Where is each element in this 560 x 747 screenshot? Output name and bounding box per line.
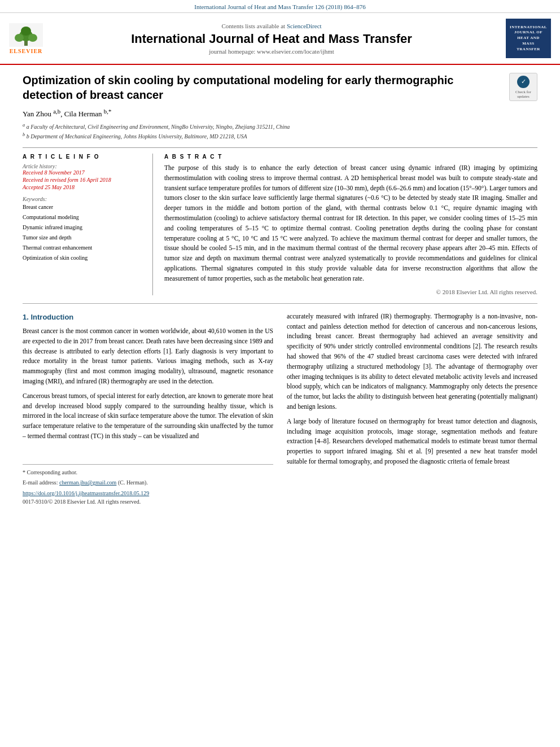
affiliation-b: b b Department of Mechanical Engineering… xyxy=(23,132,537,141)
body-col-right: accurately measured with infrared (IR) t… xyxy=(287,312,537,508)
article-info-panel: A R T I C L E I N F O Article history: R… xyxy=(23,154,141,295)
history-label: Article history: xyxy=(23,163,141,169)
keywords-list: Breast cancer Computational modeling Dyn… xyxy=(23,202,141,263)
abstract-header: A B S T R A C T xyxy=(164,154,537,160)
journal-center: Contents lists available at ScienceDirec… xyxy=(43,23,500,55)
keyword-5: Thermal contrast enhancement xyxy=(23,243,141,253)
intro-para-1: Breast cancer is the most common cancer … xyxy=(23,326,273,387)
abstract-section: A B S T R A C T The purpose of this stud… xyxy=(164,154,537,295)
intro-heading: 1. Introduction xyxy=(23,312,273,323)
article-title-section: Optimization of skin cooling by computat… xyxy=(23,73,537,102)
received-date: Received 8 November 2017 xyxy=(23,169,141,176)
doi-anchor[interactable]: https://doi.org/10.1016/j.ijheatmasstran… xyxy=(23,490,149,496)
article-info-abstract: A R T I C L E I N F O Article history: R… xyxy=(23,154,537,295)
keyword-2: Computational modeling xyxy=(23,212,141,222)
body-section: 1. Introduction Breast cancer is the mos… xyxy=(23,312,537,508)
affil-b: b,* xyxy=(104,108,112,115)
svg-point-5 xyxy=(21,27,31,36)
email-link[interactable]: cherman.jhu@gmail.com xyxy=(59,479,116,486)
elsevier-logo: ELSEVIER xyxy=(9,23,43,54)
check-circle-icon: ✓ xyxy=(517,76,530,88)
right-logo-text: INTERNATIONALJOURNAL OFHEAT ANDMASSTRANS… xyxy=(510,25,547,53)
check-updates-label: Check for updates xyxy=(510,90,537,99)
article-info-header: A R T I C L E I N F O xyxy=(23,154,141,160)
journal-homepage: journal homepage: www.elsevier.com/locat… xyxy=(43,48,500,55)
authors-line: Yan Zhou a,b, Cila Herman b,* xyxy=(23,108,537,119)
received-revised-date: Received in revised form 16 April 2018 xyxy=(23,177,141,183)
main-content: Optimization of skin cooling by computat… xyxy=(0,65,560,516)
sciencedirect-link: Contents lists available at ScienceDirec… xyxy=(43,23,500,29)
elsevier-label: ELSEVIER xyxy=(10,48,43,54)
keyword-4: Tumor size and depth xyxy=(23,233,141,243)
copyright-line: © 2018 Elsevier Ltd. All rights reserved… xyxy=(164,289,537,295)
journal-banner: International Journal of Heat and Mass T… xyxy=(0,0,560,13)
intro-para-2: Cancerous breast tumors, of special inte… xyxy=(23,391,273,442)
article-title: Optimization of skin cooling by computat… xyxy=(23,73,501,102)
footer-area: * Corresponding author. E-mail address: … xyxy=(23,464,273,506)
keywords-label: Keywords: xyxy=(23,196,141,202)
affil-a: a,b xyxy=(53,108,60,115)
footnote-text: * Corresponding author. xyxy=(23,468,273,477)
intro-para-4: A large body of literature focused on th… xyxy=(287,417,537,467)
keyword-6: Optimization of skin cooling xyxy=(23,253,141,263)
journal-title: International Journal of Heat and Mass T… xyxy=(43,32,500,46)
issn-text: 0017-9310/© 2018 Elsevier Ltd. All right… xyxy=(23,497,273,506)
abstract-text: The purpose of this study is to enhance … xyxy=(164,163,537,284)
svg-point-4 xyxy=(28,34,37,42)
email-footnote: E-mail address: cherman.jhu@gmail.com (C… xyxy=(23,478,273,487)
vertical-divider xyxy=(152,154,153,295)
svg-point-3 xyxy=(15,34,24,42)
affiliation-a: a a Faculty of Architectural, Civil Engi… xyxy=(23,122,537,131)
intro-para-3: accurately measured with infrared (IR) t… xyxy=(287,312,537,412)
accepted-date: Accepted 25 May 2018 xyxy=(23,184,141,190)
doi-link: https://doi.org/10.1016/j.ijheatmasstran… xyxy=(23,489,273,498)
journal-right-logo: INTERNATIONALJOURNAL OFHEAT ANDMASSTRANS… xyxy=(506,19,551,58)
divider-1 xyxy=(23,147,537,148)
journal-header: ELSEVIER Contents lists available at Sci… xyxy=(0,13,560,65)
keyword-3: Dynamic infrared imaging xyxy=(23,222,141,233)
check-updates-badge: ✓ Check for updates xyxy=(509,73,537,101)
keywords-section: Keywords: Breast cancer Computational mo… xyxy=(23,196,141,263)
sciencedirect-anchor[interactable]: ScienceDirect xyxy=(287,23,322,29)
body-col-left: 1. Introduction Breast cancer is the mos… xyxy=(23,312,273,508)
banner-text: International Journal of Heat and Mass T… xyxy=(194,3,365,10)
footer-divider xyxy=(23,464,273,465)
affiliations: a a Faculty of Architectural, Civil Engi… xyxy=(23,122,537,141)
keyword-1: Breast cancer xyxy=(23,202,141,212)
author-names: Yan Zhou a,b, Cila Herman b,* xyxy=(23,110,111,118)
divider-2 xyxy=(23,303,537,304)
